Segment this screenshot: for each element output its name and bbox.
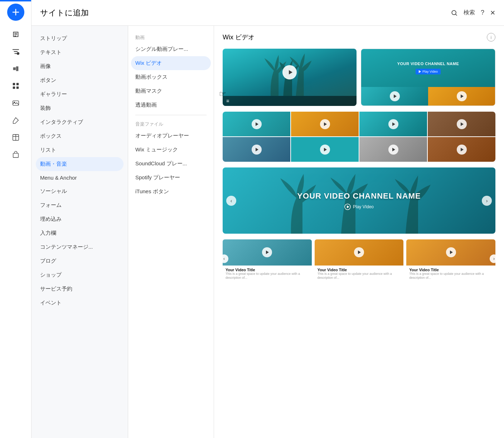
card-bottom-bar: ≡ (223, 96, 357, 106)
sidebar-item-box[interactable]: ボックス (32, 129, 128, 143)
slide-1-info: Your Video Title This is a great space t… (223, 266, 312, 282)
preview-card-grid[interactable] (223, 112, 495, 162)
sidebar-item-list[interactable]: リスト (32, 143, 128, 157)
grid-play-2 (320, 119, 330, 129)
middle-item-spotify[interactable]: Spotify プレーヤー (128, 171, 214, 185)
menu-lines-icon: ≡ (226, 98, 229, 104)
search-label[interactable]: 検索 (464, 9, 475, 16)
sidebar-item-interactive[interactable]: インタラクティブ (32, 115, 128, 129)
slide-play-2 (354, 247, 364, 257)
right-preview: Wix ビデオ i (214, 26, 504, 438)
pen-tool-icon[interactable] (7, 112, 24, 128)
sidebar-item-cms[interactable]: コンテンツマネージ... (32, 240, 128, 254)
middle-item-wix-video[interactable]: Wix ビデオ (131, 56, 211, 70)
middle-item-transparent-video[interactable]: 透過動画 (128, 98, 214, 112)
middle-item-itunes[interactable]: iTunes ボタン (128, 185, 214, 199)
sidebar-item-decor[interactable]: 装飾 (32, 101, 128, 115)
sidebar-item-text[interactable]: テキスト (32, 45, 128, 59)
media-icon[interactable] (7, 61, 24, 77)
wide-next-button[interactable]: › (482, 196, 492, 206)
info-icon[interactable]: i (487, 33, 495, 42)
sidebar-item-shop[interactable]: ショップ (32, 268, 128, 282)
slide-1-title: Your Video Title (226, 268, 309, 272)
sidebar-item-button[interactable]: ボタン (32, 73, 128, 87)
svg-rect-2 (16, 83, 18, 85)
slider-prev-button[interactable]: ‹ (220, 254, 228, 263)
svg-marker-23 (461, 148, 464, 151)
sidebar-item-embed[interactable]: 埋め込み (32, 212, 128, 226)
middle-item-soundcloud[interactable]: SoundCloud プレー... (128, 157, 214, 171)
sidebar-item-blog[interactable]: ブログ (32, 254, 128, 268)
sidebar-item-form[interactable]: フォーム (32, 198, 128, 212)
middle-item-single-player[interactable]: シングル動画プレー... (128, 42, 214, 56)
pages-icon[interactable] (7, 26, 24, 42)
sidebar-item-booking[interactable]: サービス予約 (32, 282, 128, 296)
svg-marker-19 (461, 122, 464, 126)
channel-name-label: YOUR VIDEO CHANNEL NAME (397, 62, 459, 66)
svg-marker-17 (324, 122, 327, 126)
middle-item-audio-player[interactable]: オーディオプレーヤー (128, 129, 214, 143)
slide-2[interactable]: Your Video Title This is a great space t… (315, 239, 404, 282)
help-icon[interactable]: ? (481, 9, 484, 16)
grid-play-1 (252, 119, 262, 129)
slide-play-3 (446, 247, 456, 257)
preview-row-1: ≡ YOUR VIDEO CHANNEL NAME Play Video (223, 49, 495, 106)
image-upload-icon[interactable] (7, 95, 24, 111)
slide-3-title: Your Video Title (409, 268, 493, 272)
search-icon[interactable] (451, 9, 458, 16)
preview-card-channel[interactable]: YOUR VIDEO CHANNEL NAME Play Video (361, 49, 495, 106)
svg-marker-15 (461, 94, 464, 98)
nav-divider (135, 115, 207, 115)
slide-2-info: Your Video Title This is a great space t… (315, 266, 404, 282)
preview-row-2 (223, 112, 495, 162)
svg-rect-1 (13, 83, 15, 85)
middle-item-wix-music[interactable]: Wix ミュージック (128, 143, 214, 157)
sidebar-item-social[interactable]: ソーシャル (32, 184, 128, 198)
svg-marker-21 (324, 148, 327, 151)
preview-card-single-player[interactable]: ≡ (223, 49, 357, 106)
grid-play-3 (388, 119, 398, 129)
table-icon[interactable] (7, 130, 24, 145)
slide-3-info: Your Video Title This is a great space t… (406, 266, 495, 282)
wide-card-play: Play VIdeo (297, 204, 421, 210)
slide-3-desc: This is a great space to update your aud… (409, 272, 493, 280)
middle-nav: 動画 シングル動画プレー... Wix ビデオ 動画ボックス 動画マスク 透過動… (128, 26, 214, 438)
svg-marker-28 (450, 250, 453, 254)
text-style-icon[interactable] (7, 44, 24, 59)
add-button[interactable] (7, 4, 24, 21)
sidebar-item-image[interactable]: 画像 (32, 59, 128, 73)
sidebar-item-input[interactable]: 入力欄 (32, 226, 128, 240)
play-video-button[interactable]: Play Video (416, 69, 441, 74)
grid-play-4 (457, 119, 467, 129)
thumb-play-1 (390, 91, 400, 101)
sidebar-item-event[interactable]: イベント (32, 296, 128, 310)
grid-play-8 (457, 145, 467, 155)
grid-play-6 (320, 145, 330, 155)
preview-card-wide[interactable]: ‹ YOUR VIDEO CHANNEL NAME Play VIdeo › (223, 167, 495, 234)
svg-point-0 (16, 52, 19, 55)
sidebar-item-gallery[interactable]: ギャラリー (32, 87, 128, 101)
store-icon[interactable] (7, 147, 24, 162)
slider-next-button[interactable]: › (490, 254, 498, 263)
slide-2-title: Your Video Title (318, 268, 401, 272)
slide-1-desc: This is a great space to update your aud… (226, 272, 309, 280)
wide-prev-button[interactable]: ‹ (226, 196, 236, 206)
wide-card-title: YOUR VIDEO CHANNEL NAME (297, 191, 421, 201)
wide-card-content: YOUR VIDEO CHANNEL NAME Play VIdeo (297, 191, 421, 210)
middle-item-video-box[interactable]: 動画ボックス (128, 70, 214, 84)
sidebar-item-menu-anchor[interactable]: Menu & Anchor (32, 171, 128, 184)
apps-grid-icon[interactable] (7, 78, 24, 94)
svg-marker-13 (419, 70, 421, 73)
svg-marker-25 (347, 205, 349, 208)
sidebar-item-video-music[interactable]: 動画・音楽 (36, 157, 123, 171)
middle-item-video-mask[interactable]: 動画マスク (128, 84, 214, 98)
slide-3[interactable]: Your Video Title This is a great space t… (406, 239, 495, 282)
sidebar-item-strip[interactable]: ストリップ (32, 31, 128, 45)
header-actions: 検索 ? ✕ (451, 9, 495, 17)
slide-2-desc: This is a great space to update your aud… (318, 272, 401, 280)
close-icon[interactable]: ✕ (490, 9, 495, 17)
svg-rect-4 (16, 87, 18, 89)
slide-1[interactable]: Your Video Title This is a great space t… (223, 239, 312, 282)
svg-marker-16 (256, 122, 258, 126)
video-section-label: 動画 (128, 31, 214, 42)
